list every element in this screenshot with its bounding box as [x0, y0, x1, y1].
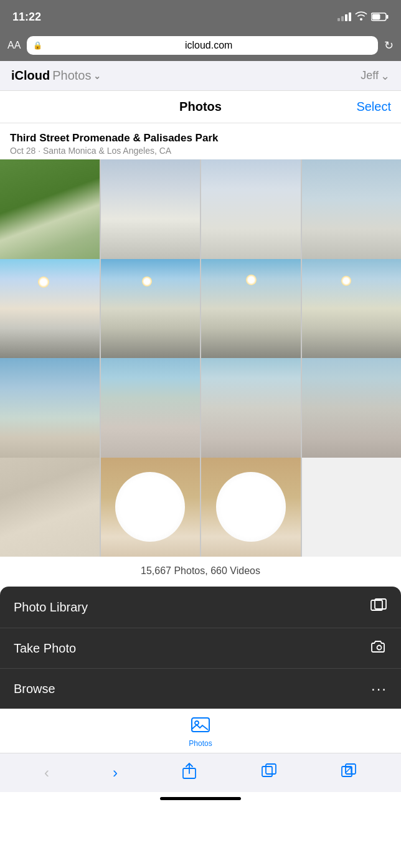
- browse-label: Browse: [14, 682, 55, 696]
- photo-cell[interactable]: [0, 458, 100, 557]
- photos-label: Photos: [52, 68, 91, 83]
- status-icons: [337, 11, 389, 23]
- nav-photos[interactable]: Photos: [0, 715, 401, 748]
- take-photo-item[interactable]: Take Photo: [0, 628, 401, 669]
- photo-library-item[interactable]: Photo Library: [0, 587, 401, 628]
- browse-item[interactable]: Browse ···: [0, 669, 401, 709]
- photo-cell[interactable]: [101, 159, 200, 259]
- photos-nav-icon: [191, 715, 210, 737]
- app-header: iCloud Photos ⌄ Jeff ⌄: [0, 61, 401, 91]
- home-indicator: [0, 792, 401, 805]
- photo-grid-row3: [0, 358, 401, 458]
- photo-grid-row4: [0, 458, 401, 557]
- photo-cell[interactable]: [101, 259, 200, 359]
- app-chevron-icon: ⌄: [93, 71, 101, 81]
- icloud-label: iCloud: [11, 68, 50, 83]
- battery-icon: [371, 12, 389, 21]
- photo-library-icon: [370, 598, 387, 616]
- aa-button[interactable]: AA: [7, 40, 21, 51]
- photo-cell[interactable]: [0, 259, 100, 359]
- photo-cell[interactable]: [201, 259, 301, 359]
- user-account-button[interactable]: Jeff ⌄: [361, 69, 390, 83]
- svg-rect-10: [266, 764, 276, 774]
- wifi-icon: [355, 11, 367, 23]
- photo-cell[interactable]: [101, 458, 200, 557]
- photo-cell-empty: [302, 458, 402, 557]
- share-button[interactable]: [175, 760, 204, 786]
- section-header: Third Street Promenade & Palisades Park …: [0, 123, 401, 159]
- photo-cell[interactable]: [302, 259, 402, 359]
- photo-cell[interactable]: [302, 358, 402, 458]
- signal-icon: [337, 12, 351, 21]
- url-text: icloud.com: [45, 40, 372, 51]
- photo-cell[interactable]: [0, 358, 100, 458]
- photo-cell[interactable]: [101, 358, 200, 458]
- reload-button[interactable]: ↻: [384, 39, 394, 52]
- svg-rect-12: [346, 764, 356, 774]
- photo-cell[interactable]: [201, 458, 301, 557]
- url-bar[interactable]: 🔒 icloud.com: [27, 36, 378, 55]
- select-button[interactable]: Select: [356, 100, 391, 114]
- browser-bottom-nav: ‹ ›: [0, 753, 401, 792]
- home-bar: [160, 797, 241, 800]
- photo-cell[interactable]: [302, 159, 402, 259]
- status-bar: 11:22: [0, 0, 401, 31]
- back-button[interactable]: ‹: [38, 762, 55, 784]
- bottom-nav: Photos: [0, 709, 401, 753]
- camera-icon: [371, 639, 387, 657]
- photo-count-label: 15,667 Photos, 660 Videos: [141, 565, 260, 576]
- photo-cell[interactable]: [201, 159, 301, 259]
- section-subtitle: Oct 28 · Santa Monica & Los Angeles, CA: [10, 146, 391, 156]
- photo-library-label: Photo Library: [14, 600, 88, 615]
- photo-cell[interactable]: [0, 159, 100, 259]
- forward-button[interactable]: ›: [106, 762, 124, 784]
- svg-rect-6: [192, 718, 209, 732]
- status-time: 11:22: [12, 11, 41, 24]
- user-name-label: Jeff: [361, 69, 379, 82]
- svg-rect-2: [372, 14, 380, 20]
- photos-title: Photos: [179, 100, 222, 114]
- app-title[interactable]: iCloud Photos ⌄: [11, 68, 101, 83]
- browser-bar: AA 🔒 icloud.com ↻: [0, 31, 401, 61]
- photo-grid-row1: [0, 159, 401, 259]
- lock-icon: 🔒: [33, 41, 42, 50]
- user-chevron-icon: ⌄: [380, 69, 390, 83]
- tabs-button[interactable]: [255, 760, 283, 785]
- photo-grid-row2: [0, 259, 401, 359]
- photo-cell[interactable]: [201, 358, 301, 458]
- svg-rect-1: [387, 15, 389, 19]
- more-icon: ···: [371, 680, 387, 697]
- svg-rect-9: [262, 767, 272, 776]
- take-photo-label: Take Photo: [14, 641, 76, 656]
- new-tab-button[interactable]: [334, 760, 363, 785]
- svg-point-5: [377, 646, 382, 650]
- section-title: Third Street Promenade & Palisades Park: [10, 132, 391, 144]
- photos-header: Photos Select: [0, 91, 401, 123]
- photo-count: 15,667 Photos, 660 Videos: [0, 557, 401, 585]
- action-sheet: Photo Library Take Photo Browse ···: [0, 587, 401, 709]
- nav-photos-label: Photos: [189, 739, 212, 748]
